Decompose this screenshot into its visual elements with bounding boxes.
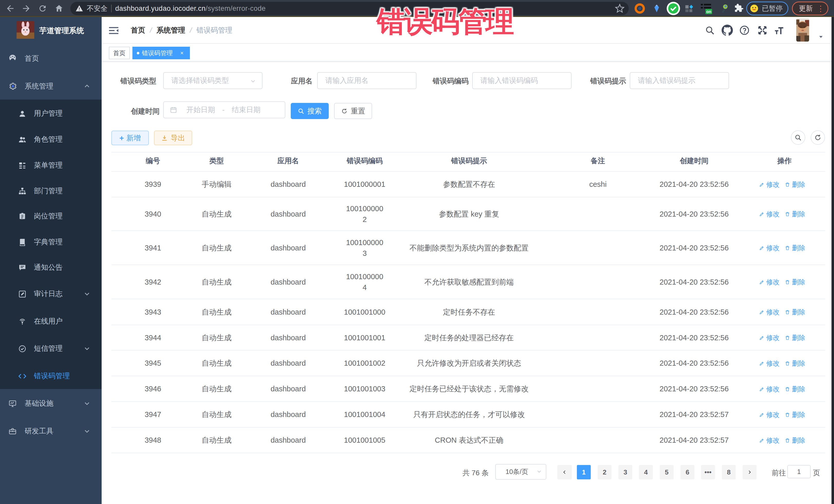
svg-text:on: on	[706, 9, 711, 14]
